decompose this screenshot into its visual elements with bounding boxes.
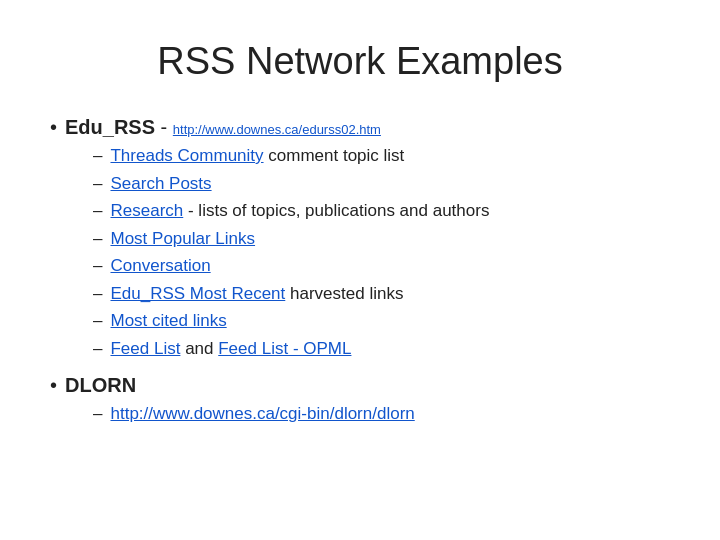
sub-item-most-cited: – Most cited links <box>93 308 489 334</box>
edu-rss-label: Edu_RSS - http://www.downes.ca/edurss02.… <box>65 116 381 138</box>
content-area: • Edu_RSS - http://www.downes.ca/edurss0… <box>50 113 670 431</box>
sub-item-research-text: Research - lists of topics, publications… <box>110 198 489 224</box>
dash-9: – <box>93 401 102 427</box>
feed-list-link[interactable]: Feed List <box>110 339 180 358</box>
bullet-dlorn: • DLORN – http://www.downes.ca/cgi-bin/d… <box>50 371 670 427</box>
conversation-link[interactable]: Conversation <box>110 256 210 275</box>
dash-5: – <box>93 253 102 279</box>
sub-item-dlorn-url: – http://www.downes.ca/cgi-bin/dlorn/dlo… <box>93 401 415 427</box>
sub-item-threads-text: Threads Community comment topic list <box>110 143 404 169</box>
sub-item-dlorn-url-text: http://www.downes.ca/cgi-bin/dlorn/dlorn <box>110 401 414 427</box>
edu-rss-most-recent-link[interactable]: Edu_RSS Most Recent <box>110 284 285 303</box>
sub-item-search-posts: – Search Posts <box>93 171 489 197</box>
edu-rss-url-link[interactable]: http://www.downes.ca/edurss02.htm <box>173 122 381 137</box>
sub-item-research: – Research - lists of topics, publicatio… <box>93 198 489 224</box>
bullet-dot-2: • <box>50 371 57 399</box>
sub-item-most-recent-text: Edu_RSS Most Recent harvested links <box>110 281 403 307</box>
dash-1: – <box>93 143 102 169</box>
dash-7: – <box>93 308 102 334</box>
sub-item-most-recent: – Edu_RSS Most Recent harvested links <box>93 281 489 307</box>
dash-2: – <box>93 171 102 197</box>
dlorn-sub-list: – http://www.downes.ca/cgi-bin/dlorn/dlo… <box>93 401 415 427</box>
dash-3: – <box>93 198 102 224</box>
sub-item-search-posts-text: Search Posts <box>110 171 211 197</box>
dash-4: – <box>93 226 102 252</box>
bullet-dot-1: • <box>50 113 57 141</box>
feed-list-opml-link[interactable]: Feed List - OPML <box>218 339 351 358</box>
dlorn-url-link[interactable]: http://www.downes.ca/cgi-bin/dlorn/dlorn <box>110 404 414 423</box>
threads-community-link[interactable]: Threads Community <box>110 146 263 165</box>
search-posts-link[interactable]: Search Posts <box>110 174 211 193</box>
dlorn-label: DLORN <box>65 374 136 396</box>
sub-item-most-popular: – Most Popular Links <box>93 226 489 252</box>
most-popular-links-link[interactable]: Most Popular Links <box>110 229 255 248</box>
dash-8: – <box>93 336 102 362</box>
slide: RSS Network Examples • Edu_RSS - http://… <box>0 0 720 540</box>
sub-item-feed-list-text: Feed List and Feed List - OPML <box>110 336 351 362</box>
sub-item-threads: – Threads Community comment topic list <box>93 143 489 169</box>
slide-title: RSS Network Examples <box>50 40 670 83</box>
research-link[interactable]: Research <box>110 201 183 220</box>
dash-6: – <box>93 281 102 307</box>
most-cited-links-link[interactable]: Most cited links <box>110 311 226 330</box>
sub-item-conversation: – Conversation <box>93 253 489 279</box>
sub-item-most-popular-text: Most Popular Links <box>110 226 255 252</box>
sub-item-conversation-text: Conversation <box>110 253 210 279</box>
sub-item-feed-list: – Feed List and Feed List - OPML <box>93 336 489 362</box>
sub-item-most-cited-text: Most cited links <box>110 308 226 334</box>
bullet-edu-rss: • Edu_RSS - http://www.downes.ca/edurss0… <box>50 113 670 361</box>
edu-rss-sub-list: – Threads Community comment topic list –… <box>93 143 489 361</box>
